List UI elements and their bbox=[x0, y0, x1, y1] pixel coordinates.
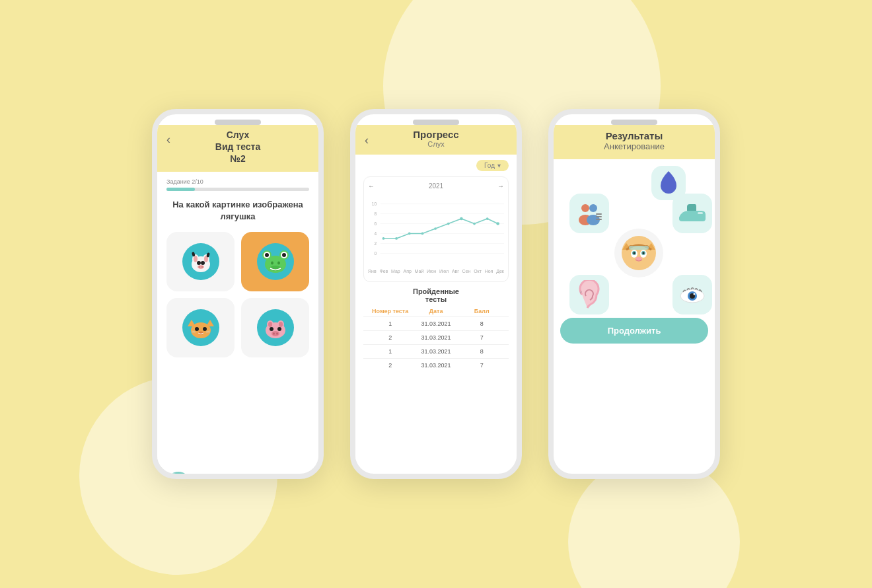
col-num-header: Номер теста bbox=[367, 308, 413, 314]
svg-point-42 bbox=[277, 327, 281, 331]
svg-point-19 bbox=[265, 253, 269, 257]
svg-point-64 bbox=[460, 217, 463, 221]
cat-icon bbox=[182, 309, 219, 346]
chart-x-labels: ЯнвФевМарАпр МайИюнИюлАвг СенОктНояДек bbox=[368, 269, 504, 274]
svg-point-83 bbox=[634, 252, 636, 254]
phone-test: ‹ Слух Вид теста №2 Задание 2/10 На како… bbox=[152, 109, 324, 479]
progress-subtitle: Слух bbox=[362, 140, 510, 148]
svg-point-67 bbox=[496, 222, 499, 225]
table-row: 1 31.03.2021 8 bbox=[363, 316, 509, 330]
svg-point-44 bbox=[273, 332, 275, 335]
chart-area: ← 2021 → 10 8 6 4 2 0 bbox=[363, 176, 509, 282]
svg-point-59 bbox=[395, 237, 398, 240]
icons-scatter: ♪ bbox=[560, 166, 708, 311]
svg-text:♪: ♪ bbox=[579, 289, 582, 295]
svg-point-45 bbox=[276, 332, 278, 335]
svg-point-43 bbox=[272, 331, 279, 336]
svg-rect-73 bbox=[596, 216, 602, 217]
table-header: Номер теста Дата Балл bbox=[363, 306, 509, 316]
chart-prev[interactable]: ← bbox=[368, 182, 375, 190]
svg-point-28 bbox=[195, 327, 199, 331]
task-label: Задание 2/10 bbox=[166, 178, 309, 185]
answer-frog[interactable] bbox=[241, 232, 309, 291]
chart-next[interactable]: → bbox=[497, 182, 504, 190]
svg-point-66 bbox=[486, 217, 489, 220]
results-subtitle: Анкетирование bbox=[560, 141, 708, 151]
svg-point-41 bbox=[270, 327, 273, 331]
svg-text:10: 10 bbox=[372, 202, 377, 206]
table-row: 1 31.03.2021 8 bbox=[363, 344, 509, 358]
eye-icon bbox=[672, 275, 712, 314]
pig-icon bbox=[257, 309, 294, 346]
svg-point-69 bbox=[589, 204, 597, 212]
results-header: Результаты Анкетирование bbox=[554, 125, 715, 159]
question-text: На какой картинке изображена лягушка bbox=[166, 199, 309, 223]
phone-progress: ‹ Прогресс Слух Год ▾ ← 2021 → bbox=[350, 109, 522, 479]
svg-point-62 bbox=[434, 227, 437, 230]
col-score-header: Балл bbox=[459, 308, 505, 314]
phone-results: Результаты Анкетирование bbox=[548, 109, 720, 479]
svg-rect-74 bbox=[596, 219, 602, 220]
svg-point-84 bbox=[643, 252, 645, 254]
progress-bar-fill bbox=[166, 188, 195, 191]
svg-point-65 bbox=[473, 223, 476, 225]
results-body: ♪ Продолжить bbox=[554, 159, 715, 453]
svg-point-40 bbox=[279, 322, 283, 327]
svg-text:6: 6 bbox=[374, 221, 377, 226]
svg-rect-72 bbox=[596, 213, 602, 215]
back-icon-1[interactable]: ‹ bbox=[166, 133, 170, 147]
phone-notch-2 bbox=[413, 120, 459, 125]
answer-grid bbox=[166, 232, 309, 357]
col-date-header: Дата bbox=[413, 308, 458, 314]
finish-button[interactable]: Закончить bbox=[239, 474, 309, 479]
answer-cat[interactable] bbox=[166, 298, 235, 357]
answer-pig[interactable] bbox=[241, 298, 309, 357]
cow-icon bbox=[182, 243, 219, 280]
svg-point-58 bbox=[382, 237, 385, 240]
svg-point-60 bbox=[408, 233, 411, 235]
passed-tests-title: Пройденные тесты bbox=[363, 287, 509, 303]
test-body: Задание 2/10 На какой картинке изображен… bbox=[157, 172, 318, 472]
phone-notch-3 bbox=[611, 120, 657, 125]
svg-point-4 bbox=[194, 256, 198, 262]
test-title: Слух Вид теста №2 bbox=[164, 129, 312, 165]
svg-point-27 bbox=[191, 322, 211, 338]
svg-rect-75 bbox=[698, 212, 703, 214]
chart-year: 2021 bbox=[429, 182, 443, 190]
chart-nav: ← 2021 → bbox=[368, 182, 504, 190]
people-icon bbox=[569, 194, 609, 233]
year-selector: Год ▾ bbox=[363, 160, 509, 171]
back-button[interactable]: ← bbox=[166, 472, 190, 479]
svg-point-39 bbox=[268, 322, 272, 327]
svg-point-10 bbox=[201, 266, 203, 268]
frog-icon bbox=[257, 243, 294, 280]
answer-cow[interactable] bbox=[166, 232, 235, 291]
tiger-face-icon bbox=[614, 229, 663, 277]
svg-point-9 bbox=[198, 266, 200, 268]
svg-point-68 bbox=[581, 204, 589, 212]
continue-button[interactable]: Продолжить bbox=[560, 318, 708, 344]
svg-point-20 bbox=[282, 253, 286, 257]
back-icon-2[interactable]: ‹ bbox=[365, 133, 369, 147]
year-badge[interactable]: Год ▾ bbox=[476, 160, 509, 171]
svg-point-76 bbox=[622, 236, 656, 270]
svg-text:8: 8 bbox=[374, 211, 377, 216]
svg-point-23 bbox=[277, 261, 280, 264]
progress-header: ‹ Прогресс Слух bbox=[355, 125, 517, 155]
progress-bar-bg bbox=[166, 188, 309, 191]
progress-body: Год ▾ ← 2021 → 10 8 6 4 bbox=[355, 155, 517, 461]
test-footer: ← Закончить bbox=[157, 472, 318, 479]
svg-point-22 bbox=[271, 261, 273, 264]
svg-text:4: 4 bbox=[374, 231, 377, 236]
table-body: 1 31.03.2021 8 2 31.03.2021 7 1 31.03.20… bbox=[363, 316, 509, 372]
svg-point-29 bbox=[203, 327, 207, 331]
table-row: 2 31.03.2021 7 bbox=[363, 330, 509, 344]
svg-point-6 bbox=[197, 261, 201, 265]
svg-rect-86 bbox=[629, 246, 649, 250]
shoes-icon bbox=[672, 194, 712, 233]
svg-point-61 bbox=[421, 233, 424, 235]
svg-text:0: 0 bbox=[374, 251, 377, 256]
phone-notch-1 bbox=[215, 120, 261, 125]
svg-point-7 bbox=[201, 261, 205, 265]
svg-text:2: 2 bbox=[374, 241, 377, 246]
